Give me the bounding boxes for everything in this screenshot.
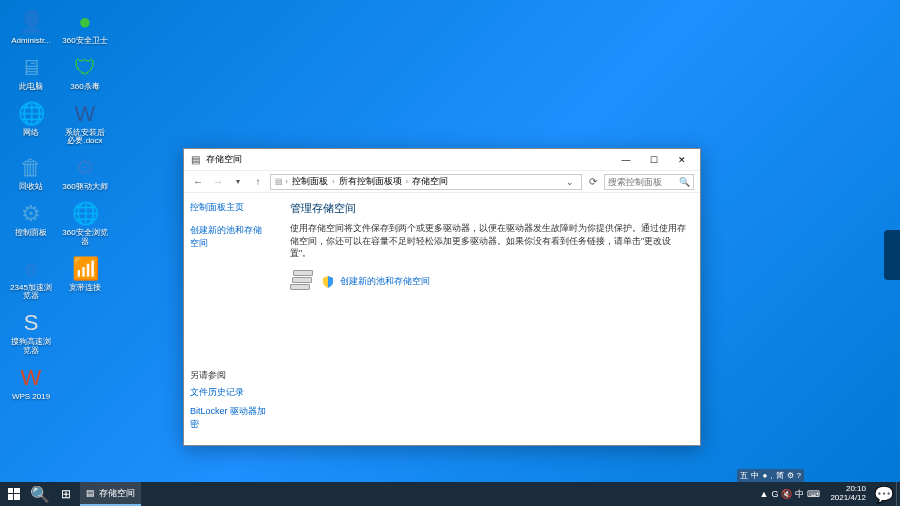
tray-icon[interactable]: ▲ bbox=[759, 489, 768, 499]
desktop-icon[interactable]: 📶宽带连接 bbox=[60, 253, 110, 304]
icon-label: 控制面板 bbox=[15, 229, 47, 238]
app-icon: e bbox=[17, 255, 45, 283]
start-button[interactable] bbox=[0, 482, 28, 506]
app-icon: 🌐 bbox=[71, 200, 99, 228]
desktop-icon[interactable]: 🗑回收站 bbox=[6, 152, 56, 194]
drives-icon bbox=[290, 270, 316, 294]
desktop-icon[interactable]: 🛡360杀毒 bbox=[60, 52, 110, 94]
back-button[interactable]: ← bbox=[190, 174, 206, 190]
sidebar-related-link[interactable]: 文件历史记录 bbox=[190, 386, 270, 399]
edge-assist[interactable] bbox=[884, 230, 900, 280]
svg-rect-0 bbox=[8, 488, 13, 493]
app-icon: 🌐 bbox=[17, 100, 45, 128]
icon-label: 系统安装后必要.docx bbox=[62, 129, 108, 147]
chevron-right-icon: › bbox=[406, 177, 409, 186]
sidebar-home-link[interactable]: 控制面板主页 bbox=[190, 201, 270, 214]
create-pool-link[interactable]: 创建新的池和存储空间 bbox=[340, 275, 430, 288]
toolbar: ← → ▼ ↑ ▤ › 控制面板 › 所有控制面板项 › 存储空间 ⌄ ⟳ 🔍 bbox=[184, 171, 700, 193]
app-icon: 🖥 bbox=[17, 54, 45, 82]
app-icon: 👤 bbox=[17, 8, 45, 36]
ime-item[interactable]: 中 bbox=[751, 470, 759, 481]
page-description: 使用存储空间将文件保存到两个或更多驱动器，以便在驱动器发生故障时为你提供保护。通… bbox=[290, 222, 686, 260]
ime-item[interactable]: 五 bbox=[740, 470, 748, 481]
app-icon: ● bbox=[71, 8, 99, 36]
desktop-icon[interactable]: 👤Administr... bbox=[6, 6, 56, 48]
desktop: 👤Administr...●360安全卫士🖥此电脑🛡360杀毒🌐网络W系统安装后… bbox=[6, 6, 110, 404]
icon-label: 2345加速浏览器 bbox=[8, 284, 54, 302]
app-icon: ⚙ bbox=[71, 154, 99, 182]
icon-label: WPS 2019 bbox=[12, 393, 50, 402]
search-box[interactable]: 🔍 bbox=[604, 174, 694, 190]
taskbar-app-label: 存储空间 bbox=[99, 487, 135, 500]
icon-label: 回收站 bbox=[19, 183, 43, 192]
action-center-button[interactable]: 💬 bbox=[872, 482, 896, 506]
desktop-icon[interactable]: ●360安全卫士 bbox=[60, 6, 110, 48]
tray-icon[interactable]: G bbox=[771, 489, 778, 499]
icon-label: 网络 bbox=[23, 129, 39, 138]
storage-icon: ▤ bbox=[188, 153, 202, 167]
app-icon: 🛡 bbox=[71, 54, 99, 82]
page-heading: 管理存储空间 bbox=[290, 201, 686, 216]
desktop-icon[interactable]: 🌐网络 bbox=[6, 98, 56, 149]
recent-dropdown[interactable]: ▼ bbox=[230, 174, 246, 190]
icon-label: 360安全浏览器 bbox=[62, 229, 108, 247]
tray-icon[interactable]: ⌨ bbox=[807, 489, 820, 499]
tray-icon[interactable]: 中 bbox=[795, 488, 804, 501]
desktop-icon[interactable]: 🌐360安全浏览器 bbox=[60, 198, 110, 249]
content-pane: 管理存储空间 使用存储空间将文件保存到两个或更多驱动器，以便在驱动器发生故障时为… bbox=[276, 193, 700, 445]
shield-icon bbox=[322, 276, 334, 288]
svg-rect-3 bbox=[14, 494, 20, 500]
up-button[interactable]: ↑ bbox=[250, 174, 266, 190]
ime-item[interactable]: ⚙ bbox=[787, 471, 794, 480]
search-input[interactable] bbox=[608, 177, 679, 187]
maximize-button[interactable]: ☐ bbox=[640, 151, 668, 169]
icon-label: 宽带连接 bbox=[69, 284, 101, 293]
breadcrumb[interactable]: ▤ › 控制面板 › 所有控制面板项 › 存储空间 ⌄ bbox=[270, 174, 582, 190]
taskbar-app-storage[interactable]: ▤ 存储空间 bbox=[80, 482, 141, 506]
icon-label: 搜狗高速浏览器 bbox=[8, 338, 54, 356]
clock[interactable]: 20:10 2021/4/12 bbox=[824, 485, 872, 503]
icon-label: Administr... bbox=[11, 37, 51, 46]
chevron-right-icon: ▤ › bbox=[275, 177, 288, 186]
task-view-button[interactable]: ⊞ bbox=[52, 482, 80, 506]
tray-icon[interactable]: 🔇 bbox=[781, 489, 792, 499]
show-desktop-button[interactable] bbox=[896, 482, 900, 506]
app-icon: ⚙ bbox=[17, 200, 45, 228]
taskbar-search-button[interactable]: 🔍 bbox=[28, 482, 52, 506]
desktop-icon[interactable]: S搜狗高速浏览器 bbox=[6, 307, 56, 358]
breadcrumb-item[interactable]: 控制面板 bbox=[292, 175, 328, 188]
desktop-icon[interactable]: ⚙360驱动大师 bbox=[60, 152, 110, 194]
search-icon: 🔍 bbox=[679, 177, 690, 187]
clock-date: 2021/4/12 bbox=[830, 494, 866, 503]
ime-toolbar[interactable]: 五中●,简⚙? bbox=[737, 469, 804, 482]
desktop-icon[interactable]: W系统安装后必要.docx bbox=[60, 98, 110, 149]
forward-button: → bbox=[210, 174, 226, 190]
refresh-button[interactable]: ⟳ bbox=[586, 174, 600, 190]
desktop-icon[interactable]: ⚙控制面板 bbox=[6, 198, 56, 249]
desktop-icon[interactable]: e2345加速浏览器 bbox=[6, 253, 56, 304]
sidebar-create-link[interactable]: 创建新的池和存储空间 bbox=[190, 224, 270, 250]
create-pool-action[interactable]: 创建新的池和存储空间 bbox=[290, 270, 686, 294]
app-icon: 📶 bbox=[71, 255, 99, 283]
icon-label: 360杀毒 bbox=[70, 83, 99, 92]
desktop-icon[interactable]: 🖥此电脑 bbox=[6, 52, 56, 94]
system-tray: ▲G🔇中⌨ bbox=[755, 488, 824, 501]
breadcrumb-item[interactable]: 所有控制面板项 bbox=[339, 175, 402, 188]
ime-item[interactable]: , bbox=[770, 471, 772, 480]
ime-item[interactable]: 简 bbox=[776, 470, 784, 481]
window-title: 存储空间 bbox=[206, 153, 612, 166]
minimize-button[interactable]: — bbox=[612, 151, 640, 169]
icon-label: 此电脑 bbox=[19, 83, 43, 92]
sidebar-related-link[interactable]: BitLocker 驱动器加密 bbox=[190, 405, 270, 431]
control-panel-window: ▤ 存储空间 — ☐ ✕ ← → ▼ ↑ ▤ › 控制面板 › 所有控制面板项 … bbox=[183, 148, 701, 446]
desktop-icon[interactable]: WWPS 2019 bbox=[6, 362, 56, 404]
ime-item[interactable]: ● bbox=[762, 471, 767, 480]
breadcrumb-dropdown[interactable]: ⌄ bbox=[563, 177, 577, 187]
close-button[interactable]: ✕ bbox=[668, 151, 696, 169]
taskbar: 🔍 ⊞ ▤ 存储空间 ▲G🔇中⌨ 20:10 2021/4/12 💬 bbox=[0, 482, 900, 506]
app-icon: 🗑 bbox=[17, 154, 45, 182]
svg-rect-2 bbox=[8, 494, 13, 500]
sidebar: 控制面板主页 创建新的池和存储空间 另请参阅 文件历史记录 BitLocker … bbox=[184, 193, 276, 445]
breadcrumb-item[interactable]: 存储空间 bbox=[412, 175, 448, 188]
ime-item[interactable]: ? bbox=[797, 471, 801, 480]
